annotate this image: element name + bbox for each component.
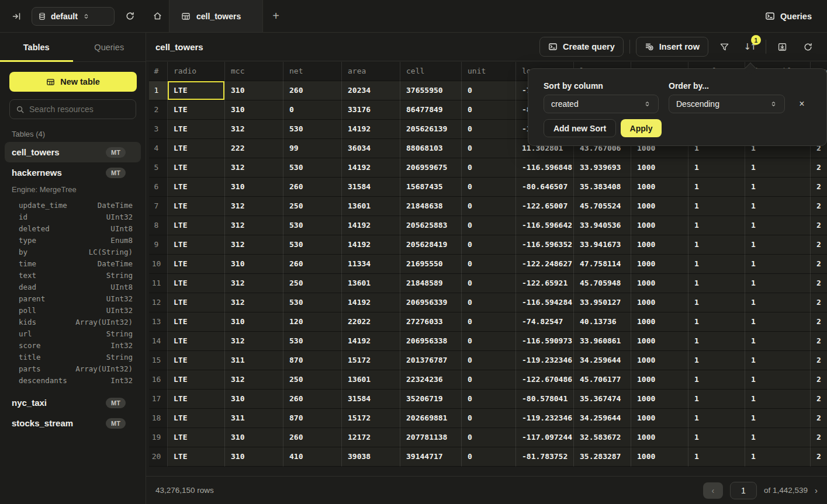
table-cell[interactable]: 207781138 (400, 428, 462, 447)
table-cell[interactable]: LTE (168, 351, 225, 370)
sidebar-table-item-stocks_stream[interactable]: stocks_streamMT (5, 413, 141, 433)
row-number[interactable]: 3 (149, 120, 168, 139)
table-cell[interactable]: 1000 (631, 197, 688, 216)
table-cell[interactable]: 312 (225, 370, 283, 390)
table-cell[interactable]: 206956339 (400, 293, 462, 312)
table-cell[interactable]: 312 (225, 332, 283, 351)
table-cell[interactable]: 15172 (342, 351, 400, 370)
table-cell[interactable]: 15687435 (400, 178, 462, 197)
table-cell[interactable]: 21848589 (400, 274, 462, 293)
row-number[interactable]: 6 (149, 178, 168, 197)
table-cell[interactable]: LTE (168, 100, 225, 120)
table-cell[interactable]: 310 (225, 178, 283, 197)
table-cell[interactable]: 33176 (342, 100, 400, 120)
table-cell[interactable]: 310 (225, 428, 283, 447)
table-cell[interactable]: -116.596642 (516, 216, 574, 235)
table-cell[interactable]: LTE (168, 447, 225, 467)
table-cell[interactable]: 530 (283, 120, 342, 139)
table-cell[interactable]: 39144717 (400, 447, 462, 467)
table-cell[interactable]: 202669881 (400, 409, 462, 428)
table-cell[interactable]: 0 (462, 351, 516, 370)
table-cell[interactable]: 222 (225, 139, 283, 158)
table-cell[interactable]: 1000 (631, 332, 688, 351)
table-cell[interactable]: 312 (225, 216, 283, 235)
table-cell[interactable]: 0 (462, 197, 516, 216)
table-cell[interactable]: 1 (745, 178, 811, 197)
table-cell[interactable]: 260 (283, 178, 342, 197)
table-cell[interactable]: 250 (283, 370, 342, 390)
table-cell[interactable]: 1 (688, 370, 745, 390)
table-cell[interactable]: 311 (225, 351, 283, 370)
tab-cell-towers[interactable]: cell_towers (169, 0, 263, 32)
table-cell[interactable]: LTE (168, 409, 225, 428)
table-cell[interactable]: 33.950127 (574, 293, 631, 312)
table-cell[interactable]: 45.705524 (574, 197, 631, 216)
table-cell[interactable]: 1000 (631, 158, 688, 178)
table-cell[interactable]: 310 (225, 390, 283, 409)
table-cell[interactable]: 310 (225, 447, 283, 467)
table-cell[interactable]: 1000 (631, 178, 688, 197)
column-header-cell[interactable]: cell (400, 62, 462, 81)
table-cell[interactable]: LTE (168, 197, 225, 216)
table-cell[interactable]: LTE (168, 293, 225, 312)
column-header-area[interactable]: area (342, 62, 400, 81)
sort-column-select[interactable]: created (544, 95, 659, 113)
table-cell[interactable]: 99 (283, 139, 342, 158)
table-cell[interactable]: 0 (462, 81, 516, 100)
table-cell[interactable]: -122.65007 (516, 197, 574, 216)
table-cell[interactable]: 205626139 (400, 120, 462, 139)
table-cell[interactable]: 22324236 (400, 370, 462, 390)
table-cell[interactable]: 410 (283, 447, 342, 467)
sidebar-table-item-hackernews[interactable]: hackernewsMT (5, 162, 141, 183)
table-cell[interactable]: 530 (283, 293, 342, 312)
refresh-table-button[interactable] (798, 37, 818, 57)
table-cell[interactable]: 2 (811, 235, 827, 255)
table-cell[interactable]: -116.594284 (516, 293, 574, 312)
table-cell[interactable]: 33.960861 (574, 332, 631, 351)
table-cell[interactable]: 1 (745, 351, 811, 370)
table-cell[interactable]: 1000 (631, 447, 688, 467)
table-cell[interactable]: 36034 (342, 139, 400, 158)
sidebar-tab-tables[interactable]: Tables (0, 33, 73, 61)
table-cell[interactable]: 1 (745, 216, 811, 235)
table-cell[interactable]: 201376787 (400, 351, 462, 370)
table-cell[interactable]: 2 (811, 216, 827, 235)
table-cell[interactable]: 1 (688, 409, 745, 428)
next-page-button[interactable]: › (815, 485, 818, 495)
table-cell[interactable]: 260 (283, 428, 342, 447)
table-cell[interactable]: 310 (225, 312, 283, 332)
table-cell[interactable]: -116.590973 (516, 332, 574, 351)
sidebar-table-item-cell_towers[interactable]: cell_towersMT (5, 142, 141, 162)
table-cell[interactable]: 86477849 (400, 100, 462, 120)
table-cell[interactable]: 1 (688, 158, 745, 178)
table-cell[interactable]: 312 (225, 235, 283, 255)
sidebar-tab-queries[interactable]: Queries (73, 33, 146, 61)
filter-button[interactable] (714, 37, 734, 57)
table-cell[interactable]: 0 (462, 370, 516, 390)
table-cell[interactable]: 13601 (342, 197, 400, 216)
table-cell[interactable]: 310 (225, 100, 283, 120)
table-cell[interactable]: 1 (745, 293, 811, 312)
table-cell[interactable]: 31584 (342, 178, 400, 197)
table-cell[interactable]: 1000 (631, 255, 688, 274)
table-cell[interactable]: 2 (811, 428, 827, 447)
row-number[interactable]: 7 (149, 197, 168, 216)
table-cell[interactable]: 260 (283, 390, 342, 409)
table-cell[interactable]: 45.706177 (574, 370, 631, 390)
table-cell[interactable]: 312 (225, 293, 283, 312)
table-cell[interactable]: -119.232346 (516, 351, 574, 370)
row-number[interactable]: 1 (149, 81, 168, 100)
table-cell[interactable]: 312 (225, 120, 283, 139)
table-cell[interactable]: 260 (283, 81, 342, 100)
table-cell[interactable]: 1 (688, 235, 745, 255)
table-cell[interactable]: -116.596848 (516, 158, 574, 178)
table-cell[interactable]: 1 (688, 447, 745, 467)
table-cell[interactable]: 14192 (342, 293, 400, 312)
table-cell[interactable]: 870 (283, 409, 342, 428)
sort-button[interactable]: ↓↑ 1 (740, 37, 760, 57)
table-cell[interactable]: 35206719 (400, 390, 462, 409)
table-cell[interactable]: 2 (811, 293, 827, 312)
table-cell[interactable]: 14192 (342, 120, 400, 139)
table-cell[interactable]: 13601 (342, 370, 400, 390)
table-cell[interactable]: 35.367474 (574, 390, 631, 409)
